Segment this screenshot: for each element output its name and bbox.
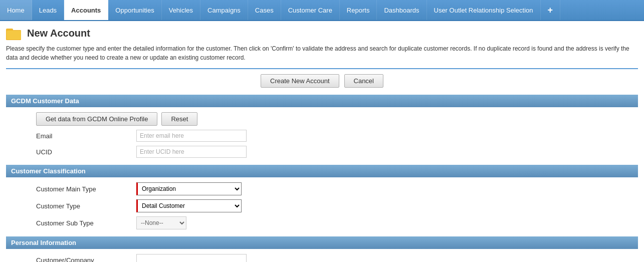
customer-main-type-label: Customer Main Type [36,185,136,193]
nav-accounts[interactable]: Accounts [64,0,108,20]
customer-type-row: Customer Type Detail Customer Prospect F… [6,199,638,212]
nav-user-outlet[interactable]: User Outlet Relationship Selection [427,0,541,20]
page-content: New Account Please specify the customer … [0,21,644,262]
nav-home[interactable]: Home [0,0,32,20]
divider [6,68,638,69]
customer-type-label: Customer Type [36,202,136,210]
nav-vehicles[interactable]: Vehicles [162,0,200,20]
gcdm-section-header: GCDM Customer Data [6,95,638,107]
navigation: Home Leads Accounts Opportunities Vehicl… [0,0,644,21]
page-title: New Account [27,28,90,39]
personal-section: Personal Information Customer/Company [6,236,638,262]
reset-button[interactable]: Reset [161,112,197,126]
company-label: Customer/Company [36,256,136,263]
nav-cases[interactable]: Cases [248,0,281,20]
svg-rect-3 [7,31,21,40]
nav-reports[interactable]: Reports [340,0,377,20]
ucid-row: UCID [6,146,638,158]
email-label: Email [36,132,136,140]
nav-plus[interactable]: + [541,0,561,20]
nav-leads[interactable]: Leads [32,0,64,20]
email-row: Email [6,130,638,142]
customer-main-type-select[interactable]: Organization Individual [136,182,242,195]
company-row: Customer/Company [6,254,638,262]
email-input[interactable] [136,130,247,142]
title-row: New Account [6,26,638,40]
nav-opportunities[interactable]: Opportunities [108,0,161,20]
folder-icon [6,26,22,40]
action-buttons: Create New Account Cancel [6,74,638,88]
customer-type-select[interactable]: Detail Customer Prospect Fleet [136,199,242,212]
nav-campaigns[interactable]: Campaigns [200,0,248,20]
company-input[interactable] [136,254,247,262]
nav-customer-care[interactable]: Customer Care [281,0,340,20]
gcdm-section: GCDM Customer Data Get data from GCDM On… [6,95,638,158]
customer-main-type-row: Customer Main Type Organization Individu… [6,182,638,195]
get-gcdm-data-button[interactable]: Get data from GCDM Online Profile [36,112,157,126]
nav-dashboards[interactable]: Dashboards [377,0,426,20]
customer-sub-type-label: Customer Sub Type [36,219,136,227]
personal-section-header: Personal Information [6,236,638,249]
ucid-input[interactable] [136,146,247,158]
create-new-account-button[interactable]: Create New Account [261,74,339,88]
customer-sub-type-row: Customer Sub Type --None-- [6,216,638,229]
classification-section: Customer Classification Customer Main Ty… [6,165,638,229]
customer-sub-type-select[interactable]: --None-- [136,216,186,229]
ucid-label: UCID [36,148,136,156]
page-description: Please specify the customer type and ent… [6,44,638,62]
classification-section-header: Customer Classification [6,165,638,177]
cancel-button[interactable]: Cancel [344,74,383,88]
gcdm-buttons: Get data from GCDM Online Profile Reset [6,112,638,126]
